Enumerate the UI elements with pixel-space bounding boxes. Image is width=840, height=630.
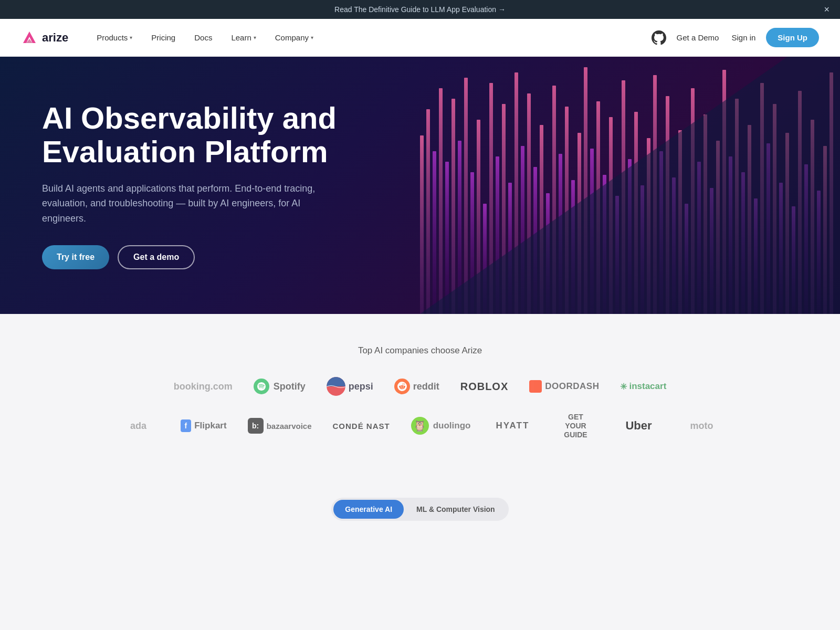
github-icon[interactable] (652, 30, 666, 45)
duolingo-icon: 🦉 (411, 417, 429, 435)
svg-rect-29 (603, 175, 606, 314)
svg-rect-16 (521, 146, 524, 314)
logo-instacart: ✳ instacart (620, 381, 666, 392)
svg-rect-58 (785, 133, 789, 314)
pepsi-icon (327, 377, 345, 396)
svg-rect-65 (830, 72, 833, 314)
logo-booking: booking.com (174, 381, 233, 392)
logo-link[interactable]: arize (21, 29, 68, 46)
svg-rect-44 (697, 162, 701, 314)
svg-rect-1 (426, 109, 430, 314)
tab-generative-ai[interactable]: Generative AI (333, 500, 404, 519)
svg-rect-19 (540, 125, 543, 314)
svg-rect-33 (628, 159, 632, 314)
svg-rect-0 (420, 135, 424, 314)
navbar: arize Products ▾ Pricing Docs Learn ▾ Co… (0, 19, 840, 57)
hero-subtitle: Build AI agents and applications that pe… (42, 181, 346, 226)
get-a-demo-button[interactable]: Get a demo (118, 245, 195, 269)
svg-rect-38 (659, 151, 663, 314)
logo-ada: ada (118, 421, 160, 432)
spotify-icon (254, 379, 269, 394)
svg-rect-52 (748, 125, 751, 314)
svg-rect-2 (433, 151, 436, 314)
svg-rect-11 (489, 83, 493, 314)
svg-rect-17 (527, 93, 531, 314)
tab-ml-computer-vision[interactable]: ML & Computer Vision (405, 500, 507, 519)
logo-uber: Uber (617, 419, 659, 433)
logos-section: Top AI companies choose Arize booking.co… (0, 314, 840, 487)
svg-rect-5 (452, 99, 455, 314)
svg-rect-26 (584, 67, 587, 314)
logo-duolingo: 🦉 duolingo (411, 417, 471, 435)
banner-close-button[interactable]: × (824, 4, 830, 15)
svg-rect-13 (502, 104, 506, 314)
svg-rect-21 (552, 86, 556, 314)
svg-rect-25 (578, 133, 581, 314)
svg-rect-31 (615, 196, 619, 314)
try-it-free-button[interactable]: Try it free (42, 245, 109, 269)
svg-rect-53 (754, 198, 758, 314)
svg-rect-12 (496, 156, 499, 314)
svg-rect-47 (716, 141, 720, 314)
learn-chevron-icon: ▾ (254, 35, 256, 40)
svg-rect-28 (596, 101, 600, 314)
svg-rect-48 (722, 70, 726, 314)
hero-content: AI Observability and Evaluation Platform… (42, 101, 346, 269)
svg-rect-37 (653, 75, 657, 314)
tab-section: Generative AI ML & Computer Vision (0, 487, 840, 552)
products-chevron-icon: ▾ (130, 35, 132, 40)
nav-products[interactable]: Products ▾ (89, 29, 140, 46)
logo-hyatt: HYATT (491, 421, 533, 431)
nav-links: Products ▾ Pricing Docs Learn ▾ Company … (89, 29, 651, 46)
nav-right: Get a Demo Sign in Sign Up (652, 28, 819, 47)
svg-marker-66 (420, 57, 840, 314)
company-chevron-icon: ▾ (311, 35, 313, 40)
svg-rect-55 (766, 143, 770, 314)
svg-rect-64 (823, 146, 827, 314)
svg-rect-35 (640, 185, 644, 314)
svg-rect-46 (710, 188, 713, 314)
svg-rect-36 (647, 138, 650, 314)
svg-rect-56 (773, 104, 776, 314)
svg-rect-41 (678, 130, 682, 314)
svg-rect-57 (779, 183, 783, 314)
instacart-icon: ✳ (620, 382, 627, 392)
svg-rect-22 (559, 154, 562, 314)
svg-rect-14 (508, 183, 512, 314)
svg-rect-45 (704, 114, 707, 314)
svg-rect-49 (729, 156, 732, 314)
logo-text: arize (42, 31, 68, 45)
svg-rect-62 (811, 120, 814, 314)
svg-rect-24 (571, 180, 575, 314)
svg-rect-40 (672, 177, 676, 314)
logos-row-2: ada f Flipkart b: bazaarvoice CONDÉ NAST… (21, 413, 819, 439)
banner-text: Read The Definitive Guide to LLM App Eva… (334, 5, 506, 14)
logo-icon (21, 29, 38, 46)
logo-doordash: DOORDASH (529, 380, 599, 393)
logos-row-1: booking.com Spotify pepsi (21, 377, 819, 396)
flipkart-icon: f (181, 419, 192, 432)
svg-rect-42 (685, 204, 688, 314)
logo-reddit: reddit (394, 379, 439, 394)
bazaarvoice-icon: b: (248, 418, 264, 434)
sign-up-button[interactable]: Sign Up (766, 28, 819, 47)
nav-learn[interactable]: Learn ▾ (224, 29, 263, 46)
nav-docs[interactable]: Docs (187, 29, 219, 46)
nav-company[interactable]: Company ▾ (268, 29, 321, 46)
nav-pricing[interactable]: Pricing (144, 29, 183, 46)
logo-pepsi: pepsi (327, 377, 373, 396)
sign-in-button[interactable]: Sign in (729, 29, 758, 46)
logo-bazaarvoice: b: bazaarvoice (248, 418, 312, 434)
svg-rect-8 (470, 172, 474, 314)
get-demo-button[interactable]: Get a Demo (675, 29, 721, 46)
svg-rect-9 (477, 120, 480, 314)
tab-toggle: Generative AI ML & Computer Vision (331, 498, 508, 521)
svg-rect-3 (439, 88, 443, 314)
svg-rect-20 (546, 193, 550, 314)
logo-spotify: Spotify (254, 379, 306, 394)
logo-roblox: ROBLOX (460, 381, 509, 393)
svg-rect-61 (804, 164, 808, 314)
logo-flipkart: f Flipkart (181, 419, 227, 432)
svg-rect-4 (445, 162, 449, 314)
hero-title: AI Observability and Evaluation Platform (42, 101, 346, 169)
